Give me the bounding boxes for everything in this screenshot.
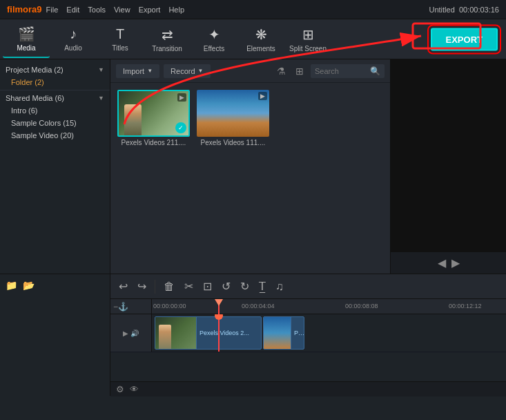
media-item-2[interactable]: ▶ Pexels Videos 111.... — [197, 90, 269, 146]
menu-help[interactable]: Help — [168, 6, 184, 14]
media-thumbnail-2: ▶ — [197, 90, 269, 137]
sidebar-item-folder[interactable]: Folder (2) — [0, 76, 110, 88]
timeline-tracks: ▶ 🔊 ✕ Pexels Videos — [110, 314, 506, 381]
sidebar-item-shared-media[interactable]: Shared Media (6) ▼ — [0, 92, 110, 104]
sidebar-bottom: 📁 📂 — [0, 274, 110, 296]
thumb-badge-2: ▶ — [258, 92, 267, 100]
ruler-label-0: 00:00:00:00 — [153, 303, 186, 309]
toolbar-elements[interactable]: ❋ Elements — [237, 21, 284, 58]
preview-screen — [391, 59, 507, 252]
grid-view-button[interactable]: ⊞ — [293, 64, 306, 78]
thumb-checkmark-1: ✓ — [175, 122, 186, 133]
timeline-toolbar: ↩ ↪ 🗑 ✂ ⊡ ↺ ↻ T̲ ♫ — [110, 274, 506, 299]
splitscreen-icon: ⊞ — [302, 26, 314, 43]
crop-button[interactable]: ⊡ — [200, 278, 215, 294]
clip-thumbnail-1 — [155, 317, 197, 349]
main-area: Project Media (2) ▼ Folder (2) Shared Me… — [0, 59, 506, 274]
media-toolbar: Import ▼ Record ▼ ⚗ ⊞ 🔍 — [110, 59, 390, 83]
preview-panel: ◀ ▶ — [390, 59, 506, 274]
timeline-clip-2[interactable]: Pexe — [263, 316, 304, 350]
elements-icon: ❋ — [255, 26, 267, 43]
eye-button[interactable]: 👁 — [130, 384, 139, 394]
redo-button[interactable]: ↪ — [135, 278, 149, 294]
track-label: ▶ 🔊 — [123, 330, 139, 337]
search-icon: 🔍 — [370, 66, 380, 76]
menu-file[interactable]: File — [46, 6, 59, 14]
export-button[interactable]: EXPORT — [431, 28, 498, 50]
record-dropdown-icon: ▼ — [198, 68, 204, 74]
clip-thumbnail-2 — [264, 317, 291, 349]
media-grid: ▶ ✓ Pexels Videos 211.... ▶ Pexels Video… — [110, 83, 390, 274]
media-item-1[interactable]: ▶ ✓ Pexels Videos 211.... — [117, 90, 190, 146]
toolbar-titles[interactable]: T Titles — [97, 21, 144, 58]
sidebar-item-project-media[interactable]: Project Media (2) ▼ — [0, 64, 110, 76]
zoom-out-button[interactable]: − — [113, 302, 118, 312]
window-title: Untitled 00:00:03:16 — [429, 6, 499, 14]
timeline-area: ↩ ↪ 🗑 ✂ ⊡ ↺ ↻ T̲ ♫ − ⚓ 00:00:00:00 00:00… — [110, 274, 506, 397]
search-box: 🔍 — [311, 64, 385, 78]
rewind-button[interactable]: ◀ — [438, 256, 446, 269]
thumb-badge-1: ▶ — [177, 93, 186, 102]
timeline-clip-1[interactable]: ✕ Pexels Videos 2... — [155, 316, 262, 350]
media-label-1: Pexels Videos 211.... — [117, 139, 190, 146]
preview-controls: ◀ ▶ — [391, 252, 506, 274]
sidebar: Project Media (2) ▼ Folder (2) Shared Me… — [0, 59, 110, 274]
audio-icon: ♪ — [70, 26, 77, 42]
sidebar-divider — [0, 90, 110, 90]
ruler-label-2: 00:00:08:08 — [345, 303, 378, 309]
main-toolbar: 🎬 Media ♪ Audio T Titles ⇄ Transition ✦ … — [0, 19, 506, 59]
sidebar-item-sample-video[interactable]: Sample Video (20) — [0, 129, 110, 142]
forward-button[interactable]: ▶ — [451, 256, 460, 269]
audio-detach-button[interactable]: ♫ — [273, 279, 286, 294]
menu-tools[interactable]: Tools — [88, 6, 106, 14]
status-bar: ⚙ 👁 — [110, 381, 506, 397]
text-button[interactable]: T̲ — [256, 278, 269, 294]
ruler-playhead-arrow — [215, 299, 223, 306]
cut-button[interactable]: ✂ — [182, 278, 196, 294]
rotate-forward-button[interactable]: ↻ — [237, 278, 252, 294]
toolbar-audio[interactable]: ♪ Audio — [50, 21, 97, 58]
ruler-label-3: 00:00:12:12 — [449, 303, 482, 309]
toolbar-transition[interactable]: ⇄ Transition — [144, 21, 191, 58]
ruler-playhead — [218, 299, 220, 314]
person-silhouette — [124, 104, 142, 135]
filter-button[interactable]: ⚗ — [274, 64, 289, 78]
import-button[interactable]: Import ▼ — [116, 64, 159, 78]
import-dropdown-icon: ▼ — [147, 68, 153, 74]
clip-label-1: Pexels Videos 2... — [197, 328, 252, 338]
import-folder-button[interactable]: 📂 — [23, 280, 35, 291]
title-bar: filmora9 File Edit Tools View Export Hel… — [0, 0, 506, 19]
settings-button[interactable]: ⚙ — [116, 384, 124, 394]
track-content-1[interactable]: ✕ Pexels Videos 2... Pexe — [152, 314, 506, 352]
sidebar-item-sample-colors[interactable]: Sample Colors (15) — [0, 117, 110, 129]
menu-view[interactable]: View — [114, 6, 130, 14]
toolbar-splitscreen[interactable]: ⊞ Split Screen — [284, 21, 331, 58]
playhead — [218, 314, 220, 352]
ruler-label-1: 00:00:04:04 — [242, 303, 275, 309]
timeline-ruler: 00:00:00:00 00:00:04:04 00:00:08:08 00:0… — [152, 299, 506, 314]
chevron-down-icon: ▼ — [98, 66, 104, 73]
search-input[interactable] — [315, 67, 370, 75]
snap-button[interactable]: ⚓ — [118, 302, 128, 312]
new-folder-button[interactable]: 📁 — [6, 280, 17, 291]
toolbar-divider — [155, 280, 155, 294]
media-icon: 🎬 — [18, 26, 35, 42]
delete-button[interactable]: 🗑 — [161, 279, 177, 294]
rotate-back-button[interactable]: ↺ — [219, 278, 233, 294]
bottom-section: 📁 📂 ↩ ↪ 🗑 ✂ ⊡ ↺ ↻ T̲ ♫ − ⚓ 00:00:00:00 — [0, 274, 506, 397]
ruler-row: − ⚓ 00:00:00:00 00:00:04:04 00:00:08:08 … — [110, 299, 506, 314]
menu-edit[interactable]: Edit — [66, 6, 79, 14]
media-thumbnail-1: ▶ ✓ — [117, 90, 190, 137]
toolbar-effects[interactable]: ✦ Effects — [191, 21, 237, 58]
video-track-1: ▶ 🔊 ✕ Pexels Videos — [110, 314, 506, 352]
media-panel: Import ▼ Record ▼ ⚗ ⊞ 🔍 ▶ ✓ — [110, 59, 390, 274]
chevron-down-icon-2: ▼ — [98, 95, 104, 102]
undo-button[interactable]: ↩ — [116, 278, 130, 294]
toolbar-media[interactable]: 🎬 Media — [3, 21, 50, 58]
track-header-1: ▶ 🔊 — [110, 314, 152, 352]
record-button[interactable]: Record ▼ — [164, 64, 210, 78]
sidebar-item-intro[interactable]: Intro (6) — [0, 104, 110, 117]
bottom-left-panel: 📁 📂 — [0, 274, 110, 397]
menu-export[interactable]: Export — [139, 6, 161, 14]
export-button-wrapper: EXPORT — [431, 28, 498, 50]
